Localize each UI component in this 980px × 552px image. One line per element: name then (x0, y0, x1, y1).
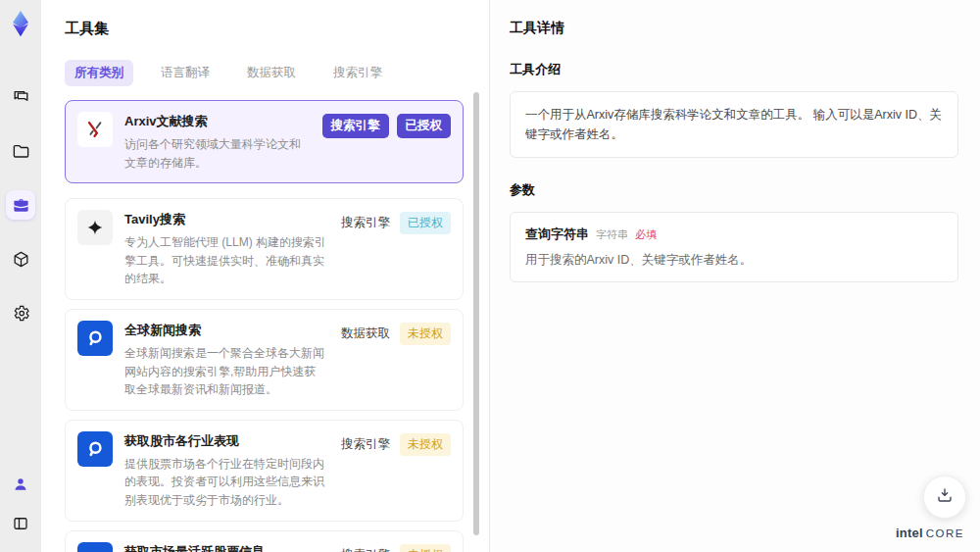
blue-e-icon (77, 431, 113, 467)
download-icon (936, 486, 954, 508)
tool-description: 提供股票市场各个行业在特定时间段内的表现。投资者可以利用这些信息来识别表现优于或… (124, 455, 327, 510)
tool-list-item[interactable]: 获取市场最活跃股票信息 提供当天交易量最高的股票列表,投资者可以利用这些信息来识… (65, 530, 464, 552)
tool-title: 获取市场最活跃股票信息 (124, 543, 327, 552)
tool-auth-badge: 未授权 (400, 544, 451, 552)
tool-auth-badge: 已授权 (400, 212, 451, 234)
param-required-badge: 必填 (635, 227, 657, 242)
tool-list-item[interactable]: 获取股市各行业表现 提供股票市场各个行业在特定时间段内的表现。投资者可以利用这些… (65, 420, 464, 522)
tool-auth-badge: 已授权 (397, 114, 452, 138)
settings-gear-icon[interactable] (6, 298, 35, 327)
intro-heading: 工具介绍 (510, 61, 958, 78)
tab-1[interactable]: 语言翻译 (151, 60, 220, 86)
tool-title: 获取股市各行业表现 (124, 432, 327, 450)
tool-category-tag: 搜索引擎 (322, 114, 389, 138)
user-profile-icon[interactable] (6, 470, 35, 499)
tool-category-tag: 搜索引擎 (339, 212, 392, 234)
param-name: 查询字符串 (525, 226, 589, 243)
details-title: 工具详情 (510, 20, 958, 37)
panel-layout-icon[interactable] (6, 509, 35, 538)
params-heading: 参数 (510, 181, 958, 199)
blue-e-icon (77, 542, 113, 552)
tool-auth-badge: 未授权 (400, 323, 451, 345)
tool-list-item[interactable]: Arxiv文献搜索 访问各个研究领域大量科学论文和文章的存储库。 搜索引擎 已授… (65, 100, 464, 183)
package-icon[interactable] (6, 244, 35, 274)
category-tabs: 所有类别语言翻译数据获取搜索引擎 (65, 60, 464, 86)
tab-2[interactable]: 数据获取 (237, 60, 306, 86)
brand-core-text: CORE (926, 527, 964, 539)
param-box: 查询字符串 字符串 必填 用于搜索的Arxiv ID、关键字或作者姓名。 (510, 212, 958, 282)
tool-category-tag: 数据获取 (339, 323, 392, 345)
tool-description: 专为人工智能代理 (LLM) 构建的搜索引擎工具。可快速提供实时、准确和真实的结… (124, 233, 327, 288)
tab-0[interactable]: 所有类别 (65, 60, 133, 86)
scrollbar-thumb[interactable] (473, 92, 479, 535)
tool-auth-badge: 未授权 (400, 433, 451, 456)
brand-intel-text: intel (896, 526, 923, 540)
tool-title: Tavily搜索 (124, 211, 327, 228)
tool-category-tag: 搜索引擎 (339, 544, 392, 552)
app-logo-icon (5, 8, 36, 39)
tool-list: Arxiv文献搜索 访问各个研究领域大量科学论文和文章的存储库。 搜索引擎 已授… (65, 100, 464, 552)
download-button[interactable] (923, 476, 966, 519)
chat-icon[interactable] (6, 82, 35, 112)
tool-category-tag: 搜索引擎 (339, 433, 392, 456)
intel-core-logo: intel CORE (896, 526, 964, 540)
app-window: 工具集 所有类别语言翻译数据获取搜索引擎 Arxiv文献搜索 访问各个研究领域大… (0, 0, 980, 552)
tool-list-item[interactable]: Tavily搜索 专为人工智能代理 (LLM) 构建的搜索引擎工具。可快速提供实… (65, 198, 464, 300)
tool-title: Arxiv文献搜索 (124, 113, 311, 130)
list-scrollbar[interactable] (473, 92, 479, 541)
arxiv-icon (77, 112, 113, 147)
icon-rail (0, 0, 41, 552)
toolbox-icon[interactable] (6, 190, 35, 220)
tool-description: 全球新闻搜索是一个聚合全球各大新闻网站内容的搜索引擎,帮助用户快速获取全球最新资… (124, 344, 327, 399)
param-desc: 用于搜索的Arxiv ID、关键字或作者姓名。 (525, 252, 943, 269)
tab-3[interactable]: 搜索引擎 (323, 60, 392, 86)
sparkle-icon (77, 210, 113, 245)
intro-box: 一个用于从Arxiv存储库搜索科学论文和文章的工具。 输入可以是Arxiv ID… (510, 91, 958, 158)
tool-details-panel: 工具详情 工具介绍 一个用于从Arxiv存储库搜索科学论文和文章的工具。 输入可… (490, 0, 980, 552)
tool-title: 全球新闻搜索 (124, 322, 327, 339)
blue-e-icon (77, 321, 113, 356)
tool-description: 访问各个研究领域大量科学论文和文章的存储库。 (124, 135, 311, 172)
param-type: 字符串 (596, 227, 628, 242)
intro-text: 一个用于从Arxiv存储库搜索科学论文和文章的工具。 输入可以是Arxiv ID… (525, 108, 942, 141)
page-title: 工具集 (65, 20, 464, 38)
tool-list-item[interactable]: 全球新闻搜索 全球新闻搜索是一个聚合全球各大新闻网站内容的搜索引擎,帮助用户快速… (65, 309, 464, 411)
folder-icon[interactable] (6, 136, 35, 166)
tool-list-panel: 工具集 所有类别语言翻译数据获取搜索引擎 Arxiv文献搜索 访问各个研究领域大… (41, 0, 490, 552)
